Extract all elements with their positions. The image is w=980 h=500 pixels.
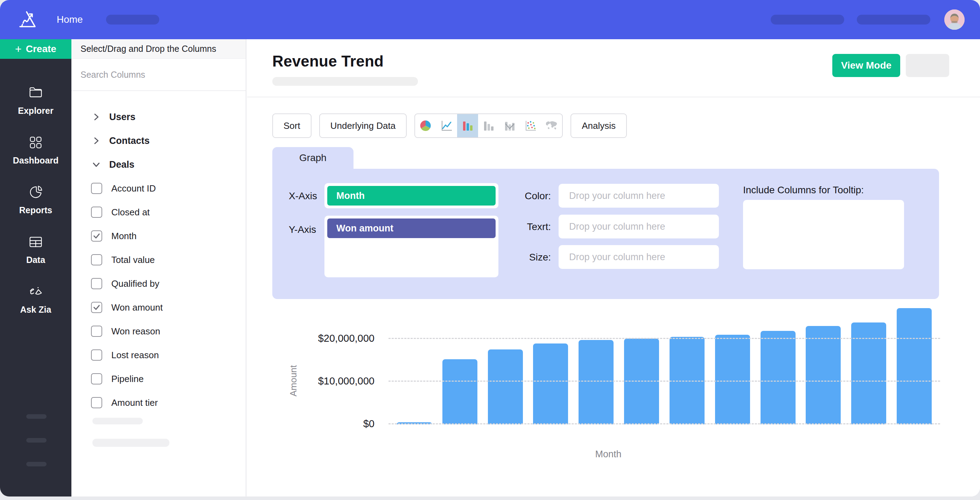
checked-checkbox[interactable] [91,302,102,313]
sidebar-item-label: Reports [19,205,52,215]
tree-section-contacts[interactable]: Contacts [72,129,246,153]
column-chart-icon[interactable] [478,114,499,137]
view-mode-button[interactable]: View Mode [832,54,900,77]
nav-home-link[interactable]: Home [57,14,83,25]
left-sidebar: + Create ExplorerDashboardReportsDataAsk… [0,39,72,497]
create-button[interactable]: + Create [0,39,72,59]
x-axis-column-chip[interactable]: Month [327,186,496,205]
app-window: Home + Create ExplorerDashboardReportsDa… [0,0,980,497]
checked-checkbox[interactable] [91,230,102,242]
unchecked-checkbox[interactable] [91,349,102,361]
line-chart-icon[interactable] [436,114,457,137]
top-navigation-bar: Home [0,0,980,39]
tree-field-label: Closed at [111,207,150,218]
bar-month-2[interactable] [442,359,477,424]
tree-field-account-id[interactable]: Account ID [72,177,246,200]
tree-field-label: Amount tier [111,397,158,408]
chevron-down-icon[interactable] [92,160,101,169]
color-dropzone[interactable]: Drop your column here [558,184,719,208]
tree-field-month[interactable]: Month [72,224,246,248]
tree-field-total-value[interactable]: Total value [72,248,246,272]
sidebar-item-label: Dashboard [13,156,59,166]
sidebar-item-dashboard[interactable]: Dashboard [13,134,59,166]
y-tick-label: $0 [269,418,374,430]
tooltip-columns-dropzone[interactable] [743,200,904,269]
underlying-data-button[interactable]: Underlying Data [319,113,407,138]
graph-config-panel: X-Axis Month Y-Axis Won amount Color: Dr… [272,169,939,299]
chart-bars [388,305,940,424]
sort-button[interactable]: Sort [272,113,312,138]
unchecked-checkbox[interactable] [91,397,102,408]
tree-section-label: Deals [109,159,134,170]
size-dropzone[interactable]: Drop your column here [558,245,719,269]
columns-panel-header: Select/Drag and Drop the Columns [72,39,246,59]
unchecked-checkbox[interactable] [91,373,102,384]
bar-month-5[interactable] [579,340,614,424]
tree-section-users[interactable]: Users [72,105,246,129]
tree-section-deals[interactable]: Deals [72,153,246,177]
main-content: Revenue Trend View Mode Sort Underlying … [247,39,980,497]
sidebar-nav: ExplorerDashboardReportsDataAsk Zia [0,85,72,315]
create-button-label: Create [26,43,56,55]
columns-tree: UsersContactsDealsAccount IDClosed atMon… [72,91,246,414]
tree-field-won-reason[interactable]: Won reason [72,319,246,343]
tree-field-won-amount[interactable]: Won amount [72,296,246,319]
scatter-chart-icon[interactable] [520,114,541,137]
tree-field-label: Qualified by [111,279,159,289]
search-columns-row [72,59,246,91]
sidebar-item-ask-zia[interactable]: Ask Zia [20,283,51,315]
y-axis-label: Y-Axis [289,224,316,235]
chart-plot-area [388,305,940,424]
sidebar-placeholder [26,462,46,467]
topbar-placeholder-pill [857,15,930,24]
unchecked-checkbox[interactable] [91,207,102,218]
sidebar-item-label: Data [26,255,45,265]
analysis-button[interactable]: Analysis [571,113,627,138]
text-field-label: Texrt: [493,221,551,232]
y-axis-column-chip[interactable]: Won amount [327,218,496,238]
size-field-label: Size: [493,252,551,263]
tab-graph[interactable]: Graph [272,147,353,169]
user-avatar[interactable] [944,10,965,30]
tree-field-closed-at[interactable]: Closed at [72,200,246,224]
x-axis-label: X-Axis [289,191,317,202]
bar-month-4[interactable] [533,344,568,424]
bar-chart-icon-selected[interactable] [457,114,478,137]
report-toolbar: Sort Underlying Data Analysis [272,113,627,138]
zia-scribble-icon [28,283,44,301]
title-placeholder [272,77,418,86]
analytics-logo-icon[interactable] [15,8,38,31]
sidebar-item-label: Explorer [18,106,53,116]
sidebar-item-explorer[interactable]: Explorer [18,85,53,116]
unchecked-checkbox[interactable] [91,278,102,289]
bar-month-8[interactable] [715,335,750,425]
tree-field-pipeline[interactable]: Pipeline [72,367,246,391]
text-dropzone[interactable]: Drop your column here [558,215,719,239]
y-tick-label: $20,000,000 [269,333,374,344]
chevron-right-icon[interactable] [92,112,101,121]
unchecked-checkbox[interactable] [91,326,102,337]
search-columns-input[interactable] [81,70,228,80]
tree-field-qualified-by[interactable]: Qualified by [72,272,246,296]
sidebar-item-reports[interactable]: Reports [19,184,52,215]
unchecked-checkbox[interactable] [91,183,102,194]
plus-icon: + [15,43,22,55]
combo-chart-icon[interactable] [499,114,520,137]
chevron-right-icon[interactable] [92,136,101,145]
unchecked-checkbox[interactable] [91,254,102,265]
bar-month-3[interactable] [488,349,523,424]
bar-month-9[interactable] [760,331,795,424]
header-placeholder-button[interactable] [906,54,949,77]
y-axis-dropzone[interactable]: Won amount [325,216,498,277]
bar-month-12[interactable] [897,308,932,424]
tree-field-lost-reason[interactable]: Lost reason [72,343,246,367]
gridline-$20,000,000 [388,338,940,339]
x-axis-dropzone[interactable]: Month [325,183,498,209]
sidebar-item-data[interactable]: Data [26,234,45,265]
color-field-label: Color: [493,191,551,202]
tree-field-amount-tier[interactable]: Amount tier [72,391,246,414]
pie-chart-icon[interactable] [415,114,436,137]
map-chart-icon[interactable] [541,114,562,137]
y-tick-label: $10,000,000 [269,375,374,387]
bar-month-10[interactable] [806,326,841,424]
